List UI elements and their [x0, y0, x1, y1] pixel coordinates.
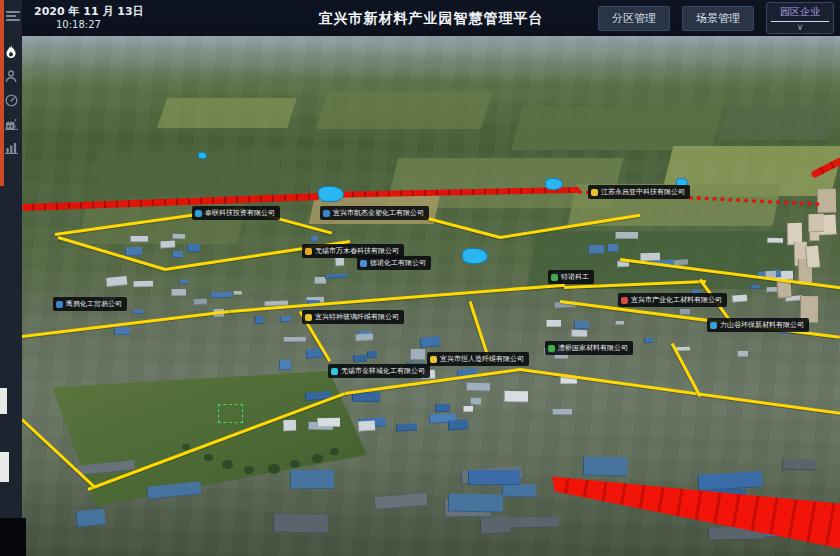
- enterprise-icon: [710, 322, 717, 329]
- building: [367, 351, 377, 358]
- tree: [290, 460, 300, 468]
- building: [273, 513, 328, 533]
- enterprise-label: 宜兴特种玻璃纤维有限公司: [315, 312, 399, 322]
- enterprise-label: 鹰腾化工贸易公司: [66, 299, 122, 309]
- building: [396, 423, 417, 431]
- map-marker[interactable]: 德诺化工有限公司: [357, 256, 431, 270]
- building: [588, 245, 604, 254]
- app-window: 2020 年 11 月 13日 10:18:27 宜兴市新材料产业园智慧管理平台…: [0, 0, 840, 556]
- tree: [312, 454, 323, 463]
- farm-field-patch: [718, 106, 836, 140]
- person-icon: [5, 70, 17, 83]
- building: [193, 299, 207, 306]
- enterprise-label: 德诺化工有限公司: [370, 258, 426, 268]
- building: [130, 236, 148, 242]
- building: [615, 232, 638, 239]
- bar-chart-icon: [5, 142, 18, 154]
- building: [448, 419, 469, 431]
- building: [255, 316, 264, 325]
- building: [75, 509, 106, 528]
- building: [358, 421, 376, 432]
- farm-field-patch: [86, 151, 284, 196]
- building: [732, 294, 748, 302]
- sidebar-item-menu[interactable]: [2, 4, 24, 28]
- map-marker[interactable]: 特诺科工: [548, 270, 594, 284]
- building: [607, 244, 618, 252]
- enterprise-icon: [305, 248, 312, 255]
- enterprise-label: 宜兴市凯杰金塑化工有限公司: [333, 208, 424, 218]
- building: [210, 292, 232, 298]
- sidebar-item-user[interactable]: [0, 64, 22, 88]
- building: [463, 406, 473, 412]
- building: [280, 316, 291, 323]
- hamburger-icon: [6, 10, 20, 22]
- sidebar-item-stats[interactable]: [0, 136, 22, 160]
- map-marker[interactable]: 漕桥国家材料有限公司: [545, 341, 633, 355]
- building: [468, 470, 520, 485]
- enterprise-label: 宜兴市恒人造纤维有限公司: [440, 354, 524, 364]
- building: [233, 291, 242, 295]
- current-date: 2020 年 11 月 13日: [34, 5, 144, 19]
- map-marker[interactable]: 鹰腾化工贸易公司: [53, 297, 127, 311]
- building: [171, 289, 186, 296]
- building: [420, 336, 441, 348]
- building: [279, 360, 291, 370]
- map-marker[interactable]: 宜兴市恒人造纤维有限公司: [427, 352, 529, 366]
- datetime-block: 2020 年 11 月 13日 10:18:27: [22, 5, 144, 31]
- building: [574, 321, 589, 329]
- tree: [244, 466, 254, 474]
- building: [644, 338, 654, 343]
- edge-popup-fragment: [0, 388, 7, 414]
- sidebar-item-factory[interactable]: [0, 112, 22, 136]
- map-marker[interactable]: 力山谷环保新材料有限公司: [707, 318, 809, 332]
- building: [114, 327, 130, 335]
- enterprise-icon: [551, 274, 558, 281]
- building: [546, 320, 561, 327]
- sidebar-item-fire[interactable]: [0, 40, 22, 64]
- enterprise-icon: [323, 210, 330, 217]
- enterprise-icon: [56, 301, 63, 308]
- building: [133, 281, 153, 287]
- map-marker[interactable]: 宜兴特种玻璃纤维有限公司: [302, 310, 404, 324]
- building: [335, 258, 345, 267]
- enterprise-label: 无锡市万木春科技有限公司: [315, 246, 399, 256]
- building: [502, 483, 536, 497]
- enterprise-label: 漕桥国家材料有限公司: [558, 343, 628, 353]
- map-canvas[interactable]: 泰联科技投资有限公司宜兴市凯杰金塑化工有限公司江苏永昌亚中科技有限公司无锡市万木…: [22, 36, 840, 556]
- enterprise-label: 力山谷环保新材料有限公司: [720, 320, 804, 330]
- enterprise-label: 宜兴市产业化工材料有限公司: [631, 295, 722, 305]
- map-marker[interactable]: 宜兴市产业化工材料有限公司: [618, 293, 727, 307]
- building: [355, 333, 373, 341]
- enterprise-icon: [360, 260, 367, 267]
- park-enterprise-dropdown[interactable]: 园区企业: [766, 2, 834, 34]
- sidebar-item-monitor[interactable]: [0, 88, 22, 112]
- tree: [222, 460, 233, 469]
- factory-icon: [5, 118, 18, 130]
- enterprise-icon: [621, 297, 628, 304]
- building: [125, 246, 143, 256]
- map-marker[interactable]: 宜兴市凯杰金塑化工有限公司: [320, 206, 429, 220]
- enterprise-icon: [331, 368, 338, 375]
- building: [615, 321, 624, 325]
- building: [750, 285, 760, 289]
- edge-popup-fragment: [0, 452, 9, 482]
- tree: [268, 464, 280, 474]
- enterprise-icon: [195, 210, 202, 217]
- building: [583, 457, 627, 477]
- building: [817, 189, 836, 213]
- scene-management-button[interactable]: 场景管理: [682, 6, 754, 31]
- zone-management-button[interactable]: 分区管理: [598, 6, 670, 31]
- map-marker[interactable]: 江苏永昌亚中科技有限公司: [588, 185, 690, 199]
- enterprise-icon: [591, 189, 598, 196]
- sidebar-bottom-block: [0, 518, 26, 556]
- map-marker[interactable]: 泰联科技投资有限公司: [192, 206, 280, 220]
- map-marker[interactable]: 无锡市金林城化工有限公司: [328, 364, 430, 378]
- building: [552, 409, 572, 415]
- building: [160, 241, 175, 249]
- building: [448, 493, 503, 512]
- building: [782, 459, 816, 471]
- current-time: 10:18:27: [56, 19, 144, 32]
- top-header: 2020 年 11 月 13日 10:18:27 宜兴市新材料产业园智慧管理平台…: [22, 0, 840, 36]
- water-feature: [545, 178, 563, 190]
- farm-field-patch: [316, 91, 493, 129]
